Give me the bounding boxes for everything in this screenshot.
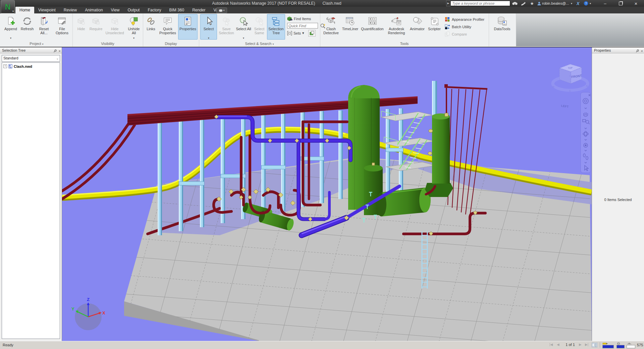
tab-view[interactable]: View (107, 7, 124, 13)
append-button[interactable]: Append ▾ (3, 14, 19, 40)
autodesk-rendering-button[interactable]: Autodesk Rendering (385, 14, 408, 40)
memory-counter: 575 (637, 343, 643, 347)
autodesk-rendering-label: Autodesk Rendering (385, 27, 408, 35)
first-sheet-button[interactable]: |◀ (549, 343, 553, 346)
pencil-meter[interactable] (602, 342, 614, 348)
close-button[interactable]: × (629, 0, 643, 7)
axis-y-label: Y (71, 306, 74, 311)
keyword-search-input[interactable] (450, 1, 510, 6)
links-button[interactable]: Links (144, 14, 158, 40)
select-label: Select (200, 27, 217, 31)
tab-output[interactable]: Output (123, 7, 144, 13)
previous-sheet-button[interactable]: ◀ (557, 343, 559, 346)
selection-tree-header[interactable]: Selection Tree × (0, 47, 62, 53)
user-caret-icon[interactable]: ▾ (570, 0, 573, 6)
quick-find-input[interactable] (287, 23, 318, 29)
minimize-button[interactable]: – (598, 0, 612, 7)
hide-unselected-button: Hide Unselected (104, 14, 125, 40)
tab-viewpoint[interactable]: Viewpoint (34, 7, 60, 13)
unhide-all-button[interactable]: Unhide All ▾ (126, 14, 142, 40)
refresh-icon (19, 14, 35, 26)
compare-label: Compare (452, 32, 467, 36)
caret-down-icon: ▾ (3, 37, 19, 40)
group-label-project[interactable]: Project▾ (1, 41, 72, 46)
chevron-down-icon: ⌄ (56, 56, 59, 61)
quick-properties-label: Quick Properties (158, 27, 177, 35)
status-message: Ready (3, 343, 13, 347)
tab-render[interactable]: Render (188, 7, 209, 13)
append-label: Append (3, 27, 19, 31)
axis-gizmo: Z X Y (71, 297, 105, 330)
selection-tree-list[interactable]: + Clash.nwd (2, 62, 60, 339)
properties-label: Properties (178, 27, 198, 31)
links-icon (144, 14, 158, 26)
select-same-label: Select Same (252, 27, 267, 35)
tab-review[interactable]: Review (60, 7, 81, 13)
appearance-profiler-label: Appearance Profiler (452, 17, 484, 21)
sets-label[interactable]: Sets (293, 31, 301, 35)
exchange-apps-icon[interactable]: X (574, 0, 582, 6)
refresh-button[interactable]: Refresh (19, 14, 35, 40)
quick-properties-button[interactable]: Quick Properties (158, 14, 177, 40)
scene-3d-canvas[interactable]: TOP LEFT FRONT N S E W (62, 47, 592, 341)
nwd-file-icon (8, 64, 12, 68)
timeliner-button[interactable]: TimeLiner (341, 14, 360, 40)
datatools-button[interactable]: DataTools (491, 14, 513, 40)
expand-icon[interactable]: + (3, 64, 7, 68)
find-items-button[interactable]: Find Items (287, 15, 319, 22)
properties-header[interactable]: Properties × (592, 47, 644, 53)
compass-w-label: W (569, 74, 572, 78)
tree-mode-dropdown[interactable]: Standard ⌄ (2, 55, 60, 62)
group-label-select-search[interactable]: Select & Search▾ (199, 41, 320, 46)
scripter-button[interactable]: Scripter (426, 14, 442, 40)
application-menu-button[interactable]: N ▾ (1, 0, 15, 13)
tree-item-root[interactable]: + Clash.nwd (3, 64, 60, 68)
ribbon: Project▾ Visibility Display Select & Sea… (0, 13, 644, 47)
search-binoculars-icon[interactable] (511, 0, 519, 6)
clash-detective-button[interactable]: Clash Detective (322, 14, 340, 40)
close-panel-icon[interactable]: × (59, 48, 61, 54)
communication-center-icon[interactable] (520, 0, 527, 6)
media-browser-button[interactable]: ▾ (216, 7, 227, 13)
tab-home[interactable]: Home (15, 7, 34, 13)
timeliner-icon (341, 14, 360, 26)
disk-meter[interactable] (616, 342, 625, 348)
find-items-icon (287, 16, 292, 21)
model-viewport[interactable]: TOP LEFT FRONT N S E W (62, 47, 592, 341)
signed-in-user[interactable]: robin.beales@... (542, 0, 571, 6)
selection-tree-button[interactable]: Selection Tree (267, 14, 285, 40)
web-server-meter[interactable] (627, 342, 635, 348)
manage-sets-button[interactable] (308, 30, 316, 37)
properties-button[interactable]: Properties (178, 14, 198, 40)
restore-button[interactable] (614, 0, 627, 7)
batch-utility-button[interactable]: Batch Utility (445, 23, 471, 30)
close-panel-icon[interactable]: × (641, 48, 643, 54)
axis-z-label: Z (87, 297, 90, 302)
pin-icon[interactable] (53, 49, 57, 53)
tab-factory[interactable]: Factory (144, 7, 165, 13)
reset-all-button[interactable]: Reset All... (36, 14, 52, 40)
hide-unselected-label: Hide Unselected (104, 27, 125, 35)
sheet-browser-button[interactable] (592, 343, 597, 347)
sets-icon (287, 31, 292, 36)
help-icon[interactable]: ? (583, 0, 589, 6)
select-same-icon (252, 14, 267, 26)
appearance-profiler-button[interactable]: Appearance Profiler (445, 16, 484, 23)
select-button[interactable]: Select ▾ (200, 14, 217, 40)
select-all-button[interactable]: Select All ▾ (235, 14, 252, 40)
help-caret-icon[interactable]: ▾ (589, 0, 592, 6)
quantification-button[interactable]: Quantification (360, 14, 384, 40)
next-sheet-button[interactable]: ▶ (579, 343, 582, 346)
app-title: Autodesk Navisworks Manage 2017 (NOT FOR… (212, 1, 315, 6)
save-selection-button: Save Selection (218, 14, 235, 40)
status-separator (600, 342, 600, 348)
search-expand-icon[interactable]: ▶ (446, 0, 450, 6)
favorites-star-icon[interactable]: ★ (529, 0, 535, 6)
tab-animation[interactable]: Animation (81, 7, 107, 13)
file-options-button[interactable]: File Options (53, 14, 71, 40)
last-sheet-button[interactable]: ▶| (585, 343, 588, 346)
pin-icon[interactable] (636, 49, 639, 53)
tab-bim360[interactable]: BIM 360 (165, 7, 188, 13)
select-all-label: Select All (235, 27, 252, 31)
animator-button[interactable]: Animator (409, 14, 426, 40)
